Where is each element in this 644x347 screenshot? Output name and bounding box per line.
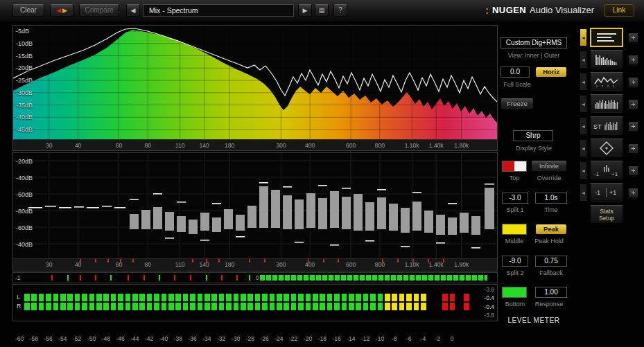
previous-preset-button[interactable]: ◀	[126, 4, 140, 17]
split2-value[interactable]: -9.0	[502, 256, 528, 267]
histogram-display[interactable]: -20dB-40dB-60dB-80dB-60dB-40dB-20dB 3040…	[12, 152, 498, 272]
freeze-button[interactable]: Freeze	[501, 98, 534, 109]
preset-list-button[interactable]: ▤	[315, 4, 329, 17]
ab-compare-toggle[interactable]: ◀ ▶	[50, 4, 73, 17]
preset-add-button[interactable]: +	[628, 121, 638, 132]
meter-segment	[342, 303, 347, 310]
horiz-button[interactable]: Horiz	[535, 66, 567, 78]
meter-segment	[356, 303, 361, 310]
top-label: Top	[502, 175, 527, 181]
fallback-value[interactable]: 0.75	[535, 256, 567, 267]
meter-segment	[226, 303, 232, 310]
meter-segment	[96, 294, 102, 301]
correlation-preset-tile[interactable]: -1+1	[590, 183, 623, 202]
preset-add-button[interactable]: +	[628, 188, 638, 198]
meter-segment	[168, 303, 174, 310]
time-value[interactable]: 1.0s	[535, 193, 567, 204]
preset-add-button[interactable]: +	[628, 99, 638, 109]
meter-bar-L	[24, 294, 487, 301]
yellow-right-arrow-icon: ▶	[62, 5, 67, 16]
meter-segment	[67, 294, 73, 301]
correlation-meter[interactable]: -1 0	[12, 272, 498, 283]
preset-name-field[interactable]: Mix - Spectrum	[143, 4, 294, 17]
db-tick-label: -60dB	[16, 224, 33, 231]
spectrum-display[interactable]: -5dB-10dB-15dB-20dB-25dB-30dB-35dB-40dB-…	[12, 25, 498, 151]
preset-slot-arrow[interactable]: ◂	[580, 117, 587, 135]
clip-indicator	[308, 259, 309, 263]
svg-text:-1: -1	[594, 171, 600, 177]
top-color-swatch[interactable]	[502, 161, 527, 172]
meter-segment	[291, 303, 297, 310]
meter-segment	[464, 303, 469, 310]
spectrum-bars-icon	[591, 51, 622, 68]
meter-segment	[406, 303, 412, 310]
meter-segment	[378, 294, 383, 301]
meter-segment	[60, 294, 66, 301]
meter-segment	[132, 303, 138, 310]
correlation-hist-preset-tile[interactable]: -1+1	[590, 161, 623, 180]
infinite-button[interactable]: Infinite	[531, 161, 567, 172]
freq-tick-label: 600	[340, 142, 362, 149]
level-meter-display[interactable]: LR -3.8-0.4-0.4-3.8	[12, 284, 498, 321]
st-comb-preset-tile[interactable]: ST	[590, 116, 623, 136]
fallback-label: Fallback	[535, 269, 567, 276]
meter-mode-select[interactable]: Custom Dig+RMS	[501, 37, 567, 48]
db-tick-label: -20dB	[16, 158, 33, 165]
toolbar: Clear ◀ ▶ Compare ◀ Mix - Spectrum ▶ ▤ ?…	[0, 0, 644, 22]
freq-tick-label: 80	[137, 142, 159, 149]
full-scale-value[interactable]: 0.0	[501, 66, 530, 78]
preset-add-button[interactable]: +	[628, 143, 638, 154]
bottom-label: Bottom	[502, 301, 528, 308]
meter-segment	[370, 303, 376, 310]
preset-add-button[interactable]: +	[628, 55, 638, 65]
preset-slot-arrow[interactable]: ◂	[580, 51, 587, 69]
peak-button[interactable]: Peak	[535, 224, 567, 235]
vectorscope-diamond-preset-tile[interactable]	[590, 139, 623, 158]
display-style-select[interactable]: Shrp	[513, 130, 553, 141]
db-tick-label: -30dB	[16, 89, 33, 96]
comb-preset-tile[interactable]	[590, 94, 623, 114]
clip-indicator	[443, 259, 444, 263]
compare-button[interactable]: Compare	[79, 4, 119, 17]
preset-slot-arrow[interactable]: ◂	[580, 95, 587, 113]
svg-text:ST: ST	[593, 123, 602, 130]
meter-segment	[247, 303, 253, 310]
preset-slot-arrow[interactable]: ◂	[580, 139, 587, 157]
clear-button[interactable]: Clear	[12, 4, 44, 17]
correlation-tick	[67, 275, 69, 281]
meter-segment	[320, 294, 325, 301]
clip-indicator	[218, 259, 220, 263]
bottom-color-swatch[interactable]	[502, 287, 527, 298]
view-mode-label[interactable]: View: Inner | Outer	[501, 52, 567, 59]
wave-preset-tile[interactable]	[590, 72, 623, 91]
override-label: Override	[531, 175, 567, 181]
next-preset-button[interactable]: ▶	[298, 4, 312, 17]
preset-slot-arrow[interactable]: ◂	[580, 73, 587, 91]
correlation-tick	[51, 275, 53, 281]
meter-segment	[284, 294, 289, 301]
preset-add-button[interactable]: +	[628, 33, 638, 43]
preset-add-button[interactable]: +	[628, 77, 638, 87]
help-button[interactable]: ?	[333, 4, 347, 17]
meter-segment	[204, 294, 210, 301]
middle-color-swatch[interactable]	[502, 224, 527, 235]
preset-slot-arrow[interactable]: ◂	[580, 161, 587, 179]
left-arrow-icon: ◀	[131, 7, 136, 14]
meter-segment	[75, 294, 80, 301]
display-style-label: Display Style	[501, 145, 567, 152]
correlation-tick	[95, 275, 96, 281]
meter-segment	[111, 294, 116, 301]
response-value[interactable]: 1.00	[535, 287, 567, 298]
spectrum-bars-preset-tile[interactable]	[590, 50, 623, 69]
preset-slot-arrow[interactable]: ◂	[580, 28, 587, 46]
preset-slot-arrow[interactable]: ◂	[580, 184, 587, 202]
preset-add-button[interactable]: +	[628, 166, 638, 176]
db-tick-label: -45dB	[16, 126, 33, 133]
stats-setup-button[interactable]: Stats Setup	[590, 205, 623, 224]
meter-segment	[392, 303, 397, 310]
link-button[interactable]: Link	[604, 4, 634, 17]
hlines-preset-tile[interactable]	[590, 28, 623, 47]
meter-segment	[118, 303, 123, 310]
db-tick-label: -20dB	[16, 64, 33, 71]
split1-value[interactable]: -3.0	[502, 193, 528, 204]
